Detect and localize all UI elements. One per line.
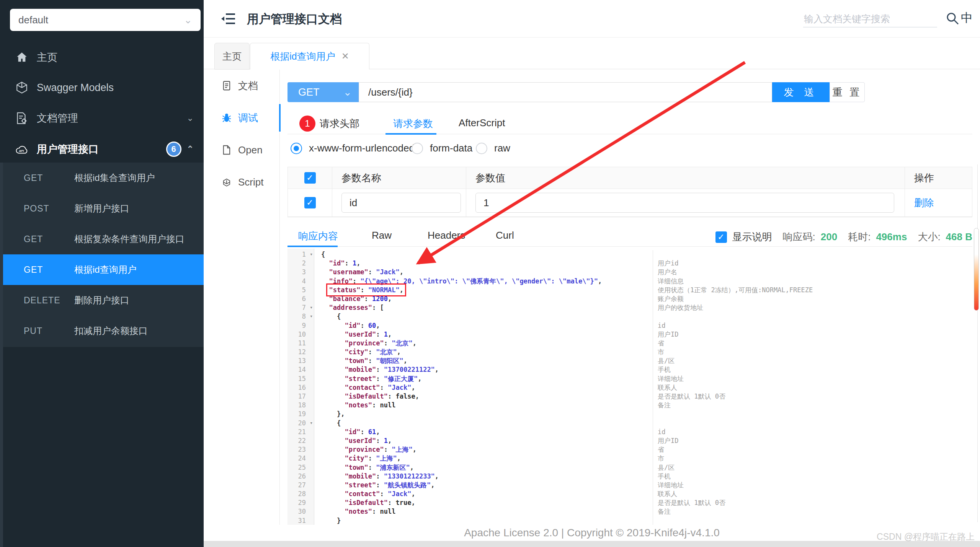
field-description: 联系人 bbox=[653, 383, 972, 392]
json-key: "info" bbox=[329, 277, 352, 285]
json-key: "contact" bbox=[345, 384, 380, 391]
close-icon[interactable]: ✕ bbox=[341, 51, 349, 62]
delete-param-link[interactable]: 删除 bbox=[914, 196, 934, 210]
fold-caret-icon[interactable]: ▾ bbox=[310, 312, 313, 321]
doc-tab-open[interactable]: Open bbox=[204, 134, 280, 166]
tab-request-headers[interactable]: 请求头部 bbox=[320, 117, 359, 130]
param-value-cell bbox=[466, 189, 905, 217]
json-key: "province" bbox=[345, 446, 384, 453]
line-number: 13 bbox=[287, 357, 314, 365]
json-string: "浦东新区" bbox=[376, 464, 410, 471]
json-punct: , bbox=[410, 464, 414, 471]
sidebar-api-item[interactable]: PUT扣减用户余额接口 bbox=[0, 316, 204, 346]
language-toggle[interactable]: 中 bbox=[961, 10, 973, 26]
radio-raw[interactable]: raw bbox=[476, 142, 510, 154]
code-content: "city": "北京", bbox=[314, 348, 653, 357]
radio-circle[interactable] bbox=[412, 143, 423, 154]
sidebar: default ⌄ 主页Swagger Models文档管理⌄API用户管理接口… bbox=[0, 0, 204, 547]
radio-form-data[interactable]: form-data bbox=[412, 142, 472, 154]
send-button[interactable]: 发 送 bbox=[772, 82, 830, 102]
radio-circle[interactable] bbox=[291, 143, 302, 154]
json-punct: , bbox=[400, 268, 403, 276]
tab-label: 根据id查询用户 bbox=[270, 50, 335, 63]
scrollbar-track bbox=[977, 164, 978, 522]
tab-response-content[interactable]: 响应内容 bbox=[298, 230, 338, 243]
json-number: 61 bbox=[368, 428, 376, 436]
json-string: "{\"age\": 20, \"intro\": \"佛系青年\", \"ge… bbox=[360, 277, 598, 285]
json-punct: , bbox=[435, 366, 439, 373]
api-method-label: GET bbox=[24, 265, 43, 275]
chevron-down-icon: ⌄ bbox=[184, 14, 192, 26]
json-string: "上海" bbox=[376, 454, 397, 462]
fold-caret-icon[interactable]: ▾ bbox=[310, 418, 313, 427]
code-content: "street": "航头镇航头路", bbox=[314, 481, 653, 490]
collapse-sidebar-icon[interactable] bbox=[221, 12, 236, 26]
json-punct: : bbox=[388, 392, 395, 400]
param-name-input[interactable] bbox=[341, 193, 461, 213]
elapsed-value: 496ms bbox=[876, 231, 907, 243]
line-number: 17 bbox=[287, 392, 314, 401]
json-punct: : bbox=[364, 295, 372, 303]
sidebar-api-item[interactable]: POST新增用户接口 bbox=[0, 193, 204, 224]
search-input[interactable] bbox=[803, 11, 937, 27]
field-description: 备注 bbox=[653, 507, 972, 516]
field-description: 账户余额 bbox=[653, 295, 972, 303]
code-line: 25 "town": "浦东新区",县/区 bbox=[287, 463, 972, 472]
json-punct: , bbox=[376, 428, 380, 436]
row-checkbox[interactable]: ✓ bbox=[304, 197, 316, 208]
project-select[interactable]: default ⌄ bbox=[10, 9, 201, 31]
doc-search-field[interactable] bbox=[803, 11, 937, 28]
field-description bbox=[653, 410, 972, 418]
select-all-checkbox[interactable]: ✓ bbox=[304, 172, 316, 184]
sidebar-api-item[interactable]: GET根据复杂条件查询用户接口 bbox=[0, 224, 204, 254]
line-number: 2 bbox=[287, 259, 314, 268]
fold-caret-icon[interactable]: ▾ bbox=[310, 250, 313, 259]
json-punct: : bbox=[384, 446, 392, 453]
tab-headers[interactable]: Headers bbox=[428, 230, 465, 241]
sidebar-api-item[interactable]: GET根据id集合查询用户 bbox=[0, 163, 204, 193]
tab-home[interactable]: 主页 bbox=[214, 43, 250, 70]
reset-button[interactable]: 重 置 bbox=[830, 82, 865, 102]
tab-afterscript[interactable]: AfterScript bbox=[459, 117, 505, 129]
param-table: ✓ 参数名称 参数值 操作 ✓删除 bbox=[287, 167, 972, 217]
request-url-input[interactable]: /users/{id} bbox=[359, 82, 772, 102]
fold-caret-icon[interactable]: ▾ bbox=[310, 303, 313, 312]
sidebar-item-user-api-group[interactable]: API用户管理接口6⌃ bbox=[0, 137, 204, 161]
radio-circle[interactable] bbox=[476, 143, 487, 154]
sidebar-item-swagger-models[interactable]: Swagger Models bbox=[0, 75, 204, 100]
json-key: "id" bbox=[329, 259, 345, 267]
search-icon[interactable] bbox=[946, 11, 959, 25]
json-string: "北京" bbox=[392, 339, 412, 347]
json-punct: , bbox=[356, 259, 360, 267]
line-number: 16 bbox=[287, 383, 314, 392]
code-content: "notes": null bbox=[314, 401, 653, 410]
sidebar-item-doc-manage[interactable]: 文档管理⌄ bbox=[0, 106, 204, 130]
footer: Apache License 2.0 | Copyright © 2019-Kn… bbox=[204, 525, 980, 541]
response-json-editor[interactable]: 1▾{2 "id": 1,用户id3 "username": "Jack",用户… bbox=[287, 249, 972, 525]
sidebar-item-extras: 6⌃ bbox=[166, 142, 194, 157]
doc-tab-script[interactable]: Script bbox=[204, 166, 280, 198]
radio-x-www-form-urlencoded[interactable]: x-www-form-urlencoded bbox=[291, 142, 415, 154]
param-value-input[interactable] bbox=[475, 193, 894, 213]
json-punct: , bbox=[403, 357, 407, 365]
json-punct: , bbox=[388, 437, 392, 444]
doc-tab-文档[interactable]: 文档 bbox=[204, 70, 280, 102]
doc-tab-调试[interactable]: 调试 bbox=[204, 102, 280, 134]
tab-curl[interactable]: Curl bbox=[496, 230, 514, 241]
sidebar-api-item[interactable]: GET根据id查询用户 bbox=[0, 254, 204, 285]
json-punct: : bbox=[372, 508, 380, 515]
tab-request-params[interactable]: 请求参数 bbox=[393, 117, 433, 130]
tab-raw[interactable]: Raw bbox=[372, 230, 392, 241]
col-param-value: 参数值 bbox=[466, 167, 905, 189]
method-select[interactable]: GET ⌄ bbox=[287, 82, 359, 102]
sidebar-api-item[interactable]: DELETE删除用户接口 bbox=[0, 285, 204, 316]
show-description-checkbox[interactable]: ✓ bbox=[715, 231, 727, 243]
sidebar-item-home[interactable]: 主页 bbox=[0, 45, 204, 70]
open-icon bbox=[221, 145, 232, 155]
scrollbar-thumb[interactable] bbox=[974, 228, 979, 311]
tab-label: 主页 bbox=[222, 50, 242, 63]
tab-current-api[interactable]: 根据id查询用户✕ bbox=[250, 43, 369, 70]
code-content: } bbox=[314, 516, 653, 525]
line-number: 31 bbox=[287, 516, 314, 525]
elapsed-label: 耗时: bbox=[848, 230, 871, 244]
